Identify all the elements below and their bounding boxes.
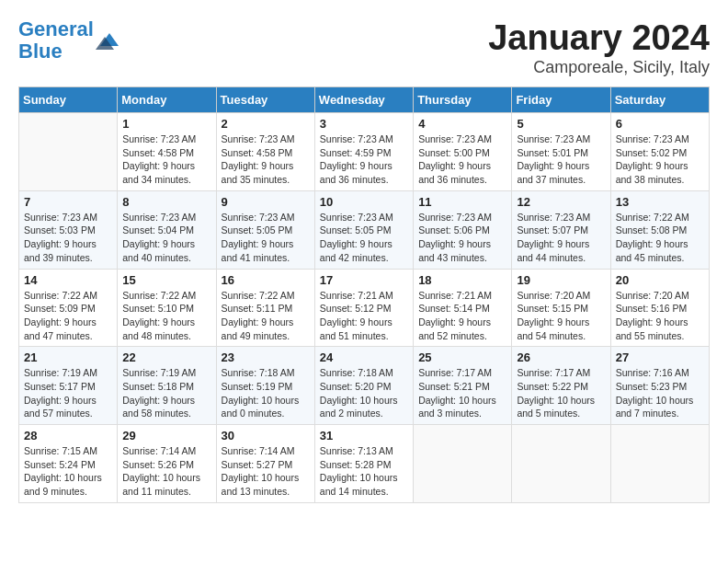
day-number: 28 — [24, 429, 112, 442]
col-header-saturday: Saturday — [610, 87, 709, 113]
calendar-cell: 31Sunrise: 7:13 AMSunset: 5:28 PMDayligh… — [314, 425, 413, 503]
day-number: 11 — [418, 195, 506, 209]
calendar-cell: 15Sunrise: 7:22 AMSunset: 5:10 PMDayligh… — [118, 269, 216, 347]
day-info: Sunrise: 7:19 AMSunset: 5:17 PMDaylight:… — [24, 366, 112, 420]
day-number: 10 — [320, 195, 408, 209]
col-header-wednesday: Wednesday — [314, 87, 413, 113]
day-info: Sunrise: 7:21 AMSunset: 5:14 PMDaylight:… — [418, 289, 506, 343]
logo-general: General — [18, 17, 94, 40]
calendar-cell: 21Sunrise: 7:19 AMSunset: 5:17 PMDayligh… — [19, 347, 118, 425]
day-info: Sunrise: 7:22 AMSunset: 5:09 PMDaylight:… — [24, 289, 112, 343]
location-title: Camporeale, Sicily, Italy — [488, 58, 710, 77]
day-info: Sunrise: 7:17 AMSunset: 5:22 PMDaylight:… — [517, 366, 605, 420]
day-info: Sunrise: 7:23 AMSunset: 5:00 PMDaylight:… — [418, 132, 506, 187]
day-number: 13 — [616, 195, 704, 209]
day-info: Sunrise: 7:23 AMSunset: 5:03 PMDaylight:… — [24, 211, 112, 265]
logo-icon — [96, 29, 123, 52]
calendar-cell: 7Sunrise: 7:23 AMSunset: 5:03 PMDaylight… — [19, 190, 118, 269]
calendar-table: SundayMondayTuesdayWednesdayThursdayFrid… — [18, 86, 710, 503]
day-number: 12 — [517, 195, 605, 209]
calendar-cell: 13Sunrise: 7:22 AMSunset: 5:08 PMDayligh… — [610, 190, 709, 269]
day-number: 22 — [122, 350, 210, 364]
day-info: Sunrise: 7:23 AMSunset: 5:07 PMDaylight:… — [517, 211, 605, 265]
page-header: General Blue January 2024 Camporeale, Si… — [18, 18, 710, 77]
day-number: 23 — [222, 350, 310, 364]
calendar-cell: 11Sunrise: 7:23 AMSunset: 5:06 PMDayligh… — [414, 190, 512, 269]
day-number: 17 — [320, 273, 408, 287]
day-number: 25 — [418, 350, 506, 364]
day-number: 21 — [24, 350, 112, 364]
day-info: Sunrise: 7:13 AMSunset: 5:28 PMDaylight:… — [320, 444, 408, 499]
calendar-week-row: 14Sunrise: 7:22 AMSunset: 5:09 PMDayligh… — [19, 269, 710, 347]
logo-blue: Blue — [18, 40, 63, 63]
day-number: 6 — [616, 117, 704, 131]
day-number: 5 — [517, 117, 605, 131]
day-number: 16 — [222, 273, 310, 287]
day-info: Sunrise: 7:23 AMSunset: 4:58 PMDaylight:… — [122, 132, 210, 187]
day-info: Sunrise: 7:15 AMSunset: 5:24 PMDaylight:… — [24, 444, 112, 499]
day-info: Sunrise: 7:18 AMSunset: 5:19 PMDaylight:… — [222, 366, 310, 420]
calendar-cell: 16Sunrise: 7:22 AMSunset: 5:11 PMDayligh… — [216, 269, 314, 347]
calendar-week-row: 21Sunrise: 7:19 AMSunset: 5:17 PMDayligh… — [19, 347, 710, 425]
col-header-monday: Monday — [118, 87, 216, 113]
calendar-cell: 4Sunrise: 7:23 AMSunset: 5:00 PMDaylight… — [414, 113, 512, 191]
calendar-week-row: 7Sunrise: 7:23 AMSunset: 5:03 PMDaylight… — [19, 190, 710, 269]
day-info: Sunrise: 7:14 AMSunset: 5:26 PMDaylight:… — [122, 444, 210, 499]
calendar-week-row: 1Sunrise: 7:23 AMSunset: 4:58 PMDaylight… — [19, 113, 710, 191]
calendar-cell: 3Sunrise: 7:23 AMSunset: 4:59 PMDaylight… — [314, 113, 413, 191]
day-info: Sunrise: 7:23 AMSunset: 5:04 PMDaylight:… — [122, 211, 210, 265]
day-info: Sunrise: 7:22 AMSunset: 5:10 PMDaylight:… — [122, 289, 210, 343]
day-info: Sunrise: 7:18 AMSunset: 5:20 PMDaylight:… — [320, 366, 408, 420]
col-header-friday: Friday — [512, 87, 610, 113]
day-number: 19 — [517, 273, 605, 287]
calendar-cell — [414, 425, 512, 503]
day-info: Sunrise: 7:23 AMSunset: 5:02 PMDaylight:… — [616, 132, 704, 187]
calendar-cell: 6Sunrise: 7:23 AMSunset: 5:02 PMDaylight… — [610, 113, 709, 191]
calendar-cell: 26Sunrise: 7:17 AMSunset: 5:22 PMDayligh… — [512, 347, 610, 425]
day-number: 26 — [517, 350, 605, 364]
day-number: 29 — [122, 429, 210, 442]
day-number: 27 — [616, 350, 704, 364]
calendar-cell: 5Sunrise: 7:23 AMSunset: 5:01 PMDaylight… — [512, 113, 610, 191]
day-number: 4 — [418, 117, 506, 131]
calendar-cell: 29Sunrise: 7:14 AMSunset: 5:26 PMDayligh… — [118, 425, 216, 503]
calendar-cell: 27Sunrise: 7:16 AMSunset: 5:23 PMDayligh… — [610, 347, 709, 425]
day-info: Sunrise: 7:23 AMSunset: 5:06 PMDaylight:… — [418, 211, 506, 265]
day-number: 9 — [222, 195, 310, 209]
day-number: 24 — [320, 350, 408, 364]
day-number: 3 — [320, 117, 408, 131]
day-info: Sunrise: 7:16 AMSunset: 5:23 PMDaylight:… — [616, 366, 704, 420]
calendar-week-row: 28Sunrise: 7:15 AMSunset: 5:24 PMDayligh… — [19, 425, 710, 503]
day-info: Sunrise: 7:20 AMSunset: 5:16 PMDaylight:… — [616, 289, 704, 343]
day-info: Sunrise: 7:22 AMSunset: 5:11 PMDaylight:… — [222, 289, 310, 343]
calendar-cell: 30Sunrise: 7:14 AMSunset: 5:27 PMDayligh… — [216, 425, 314, 503]
col-header-thursday: Thursday — [414, 87, 512, 113]
calendar-cell: 14Sunrise: 7:22 AMSunset: 5:09 PMDayligh… — [19, 269, 118, 347]
calendar-cell: 25Sunrise: 7:17 AMSunset: 5:21 PMDayligh… — [414, 347, 512, 425]
day-info: Sunrise: 7:23 AMSunset: 4:59 PMDaylight:… — [320, 132, 408, 187]
day-number: 7 — [24, 195, 112, 209]
calendar-cell: 22Sunrise: 7:19 AMSunset: 5:18 PMDayligh… — [118, 347, 216, 425]
calendar-cell: 12Sunrise: 7:23 AMSunset: 5:07 PMDayligh… — [512, 190, 610, 269]
day-number: 30 — [222, 429, 310, 442]
calendar-header-row: SundayMondayTuesdayWednesdayThursdayFrid… — [19, 87, 710, 113]
day-number: 1 — [122, 117, 210, 131]
logo: General Blue — [18, 18, 123, 63]
calendar-cell — [610, 425, 709, 503]
day-info: Sunrise: 7:23 AMSunset: 5:05 PMDaylight:… — [320, 211, 408, 265]
calendar-cell: 8Sunrise: 7:23 AMSunset: 5:04 PMDaylight… — [118, 190, 216, 269]
day-info: Sunrise: 7:14 AMSunset: 5:27 PMDaylight:… — [222, 444, 310, 499]
calendar-cell: 24Sunrise: 7:18 AMSunset: 5:20 PMDayligh… — [314, 347, 413, 425]
calendar-cell — [512, 425, 610, 503]
title-area: January 2024 Camporeale, Sicily, Italy — [488, 18, 710, 77]
calendar-cell: 18Sunrise: 7:21 AMSunset: 5:14 PMDayligh… — [414, 269, 512, 347]
day-number: 18 — [418, 273, 506, 287]
day-number: 31 — [320, 429, 408, 442]
calendar-cell: 17Sunrise: 7:21 AMSunset: 5:12 PMDayligh… — [314, 269, 413, 347]
day-info: Sunrise: 7:19 AMSunset: 5:18 PMDaylight:… — [122, 366, 210, 420]
calendar-cell: 10Sunrise: 7:23 AMSunset: 5:05 PMDayligh… — [314, 190, 413, 269]
calendar-cell: 28Sunrise: 7:15 AMSunset: 5:24 PMDayligh… — [19, 425, 118, 503]
day-info: Sunrise: 7:23 AMSunset: 4:58 PMDaylight:… — [222, 132, 310, 187]
calendar-cell: 1Sunrise: 7:23 AMSunset: 4:58 PMDaylight… — [118, 113, 216, 191]
day-info: Sunrise: 7:23 AMSunset: 5:01 PMDaylight:… — [517, 132, 605, 187]
